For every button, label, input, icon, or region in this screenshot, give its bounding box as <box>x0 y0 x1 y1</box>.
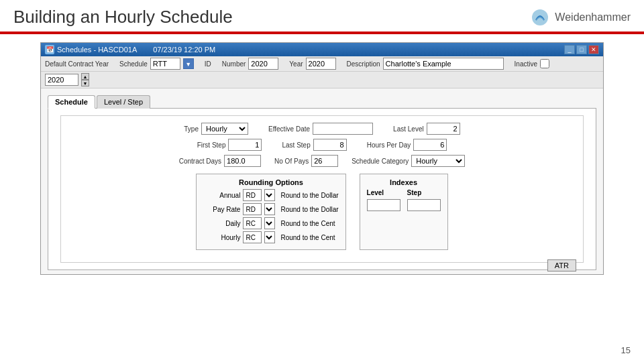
last-level-group: Last Level <box>393 123 460 135</box>
rounding-payrate-label: Pay Rate <box>203 206 240 213</box>
indexes-step-input[interactable] <box>407 199 441 211</box>
rounding-options-box: Rounding Options Annual ▼ Round to the D… <box>196 174 345 250</box>
minimize-button[interactable]: _ <box>564 45 575 54</box>
first-step-group: First Step <box>197 139 262 151</box>
logo-icon <box>531 8 549 27</box>
id-group: ID <box>205 60 211 68</box>
schedule-category-group: Schedule Category Hourly <box>352 155 465 167</box>
description-label: Description <box>347 60 380 68</box>
type-select[interactable]: Hourly <box>201 123 248 135</box>
rounding-indexes-row: Rounding Options Annual ▼ Round to the D… <box>68 174 576 250</box>
window-toolbar: Default Contract Year Schedule ▼ ID Numb… <box>41 56 603 72</box>
default-contract-year-label: Default Contract Year <box>45 60 109 68</box>
last-level-label: Last Level <box>393 125 424 133</box>
maximize-button[interactable]: □ <box>576 45 587 54</box>
description-group: Description <box>347 58 504 70</box>
main-content: 📅 Schedules - HASCD01A 07/23/19 12:20 PM… <box>0 37 644 280</box>
no-of-pays-input[interactable] <box>311 155 338 167</box>
rounding-hourly-label: Hourly <box>203 234 240 241</box>
rounding-hourly-row: Hourly ▼ Round to the Cent <box>203 231 338 243</box>
rounding-daily-row: Daily ▼ Round to the Cent <box>203 217 338 229</box>
number-label: Number <box>222 60 246 68</box>
rounding-payrate-code[interactable] <box>243 203 262 215</box>
contract-days-group: Contract Days <box>179 155 261 167</box>
rounding-daily-label: Daily <box>203 220 240 227</box>
hours-per-day-group: Hours Per Day <box>367 139 447 151</box>
type-label: Type <box>184 125 199 133</box>
first-step-input[interactable] <box>228 139 262 151</box>
rounding-hourly-select[interactable]: ▼ <box>264 231 275 243</box>
indexes-values-row <box>367 199 441 211</box>
atr-button[interactable]: ATR <box>547 259 576 272</box>
rounding-annual-code[interactable] <box>243 189 262 201</box>
window-body: Schedule Level / Step Type Hourly <box>41 88 603 274</box>
logo-text: Weidenhammer <box>555 11 631 23</box>
first-step-label: First Step <box>197 141 226 149</box>
last-step-input[interactable] <box>313 139 347 151</box>
page-title: Building an Hourly Schedule <box>13 7 233 27</box>
effective-date-group: Effective Date <box>268 123 373 135</box>
inactive-label: Inactive <box>515 60 537 68</box>
last-step-label: Last Step <box>282 141 310 149</box>
rounding-daily-code[interactable] <box>243 217 262 229</box>
rounding-payrate-row: Pay Rate ▼ Round to the Dollar <box>203 203 338 215</box>
contract-year-input[interactable] <box>45 74 78 86</box>
hours-per-day-input[interactable] <box>413 139 447 151</box>
indexes-header: Level Step <box>367 189 441 196</box>
tab-bar: Schedule Level / Step <box>45 93 599 109</box>
indexes-level-input[interactable] <box>367 199 400 211</box>
default-contract-year-group: Default Contract Year <box>45 60 109 68</box>
id-label: ID <box>205 60 211 68</box>
rounding-hourly-text: Round to the Cent <box>280 234 335 241</box>
schedule-label: Schedule <box>119 60 148 68</box>
indexes-box: Indexes Level Step <box>360 174 448 250</box>
contract-days-input[interactable] <box>224 155 261 167</box>
rounding-annual-text: Round to the Dollar <box>280 192 338 199</box>
close-button[interactable]: ✕ <box>588 45 599 54</box>
inactive-checkbox[interactable] <box>540 59 549 68</box>
schedule-category-select[interactable]: Hourly <box>411 155 465 167</box>
year-group: Year <box>289 58 335 70</box>
contract-days-label: Contract Days <box>179 158 221 165</box>
indexes-level-label: Level <box>367 189 400 196</box>
application-window: 📅 Schedules - HASCD01A 07/23/19 12:20 PM… <box>40 42 604 275</box>
no-of-pays-group: No Of Pays <box>274 155 338 167</box>
scroll-up[interactable]: ▲ <box>81 73 89 80</box>
description-input[interactable] <box>383 58 504 70</box>
rounding-title: Rounding Options <box>203 178 338 186</box>
indexes-step-label: Step <box>407 189 441 196</box>
rounding-hourly-code[interactable] <box>243 231 262 243</box>
scroll-down[interactable]: ▼ <box>81 80 89 86</box>
separator-line <box>0 33 644 34</box>
form-row-2: First Step Last Step Hours Per Day <box>68 139 576 151</box>
rounding-payrate-select[interactable]: ▼ <box>264 203 275 215</box>
inner-panel: Type Hourly Effective Date Last Level <box>60 115 584 263</box>
form-row-3: Contract Days No Of Pays Schedule Catego… <box>68 155 576 167</box>
rounding-annual-row: Annual ▼ Round to the Dollar <box>203 189 338 201</box>
page-number: 15 <box>621 345 631 355</box>
rounding-daily-select[interactable]: ▼ <box>264 217 275 229</box>
number-input[interactable] <box>248 58 278 70</box>
schedule-input[interactable] <box>150 58 180 70</box>
schedule-dropdown[interactable]: ▼ <box>183 58 194 69</box>
no-of-pays-label: No Of Pays <box>274 158 309 165</box>
page-header: Building an Hourly Schedule Weidenhammer <box>0 0 644 33</box>
number-group: Number <box>222 58 279 70</box>
tab-level-step[interactable]: Level / Step <box>97 95 150 109</box>
effective-date-input[interactable] <box>313 123 373 135</box>
window-title: Schedules - HASCD01A <box>57 46 137 54</box>
tab-content: Type Hourly Effective Date Last Level <box>48 108 596 270</box>
hours-per-day-label: Hours Per Day <box>367 141 411 149</box>
rounding-annual-select[interactable]: ▼ <box>264 189 275 201</box>
schedule-category-label: Schedule Category <box>352 158 409 165</box>
window-datetime: 07/23/19 12:20 PM <box>153 46 215 54</box>
titlebar-controls[interactable]: _ □ ✕ <box>564 45 599 54</box>
type-group: Type Hourly <box>184 123 248 135</box>
inactive-group: Inactive <box>515 59 549 68</box>
year-input[interactable] <box>306 58 336 70</box>
effective-date-label: Effective Date <box>268 125 310 133</box>
year-label: Year <box>289 60 303 68</box>
last-level-input[interactable] <box>427 123 460 135</box>
tab-schedule[interactable]: Schedule <box>48 95 95 109</box>
indexes-title: Indexes <box>367 178 441 186</box>
